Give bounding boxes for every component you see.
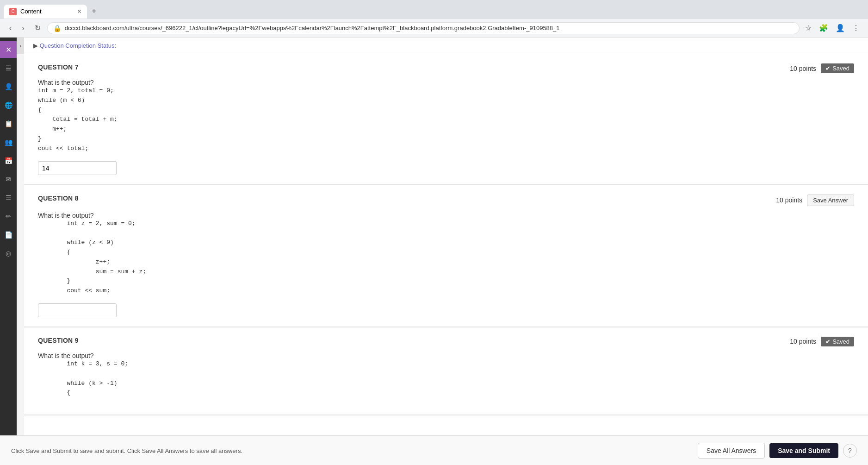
completion-arrow: ▶ xyxy=(33,42,40,49)
question-7-title: QUESTION 7 xyxy=(38,63,79,71)
footer: Click Save and Submit to save and submit… xyxy=(0,435,868,465)
browser-controls: ‹ › ↻ 🔒 dcccd.blackboard.com/ultra/cours… xyxy=(0,19,868,37)
question-8-save-answer-button[interactable]: Save Answer xyxy=(807,195,854,206)
content-area: ▶ Question Completion Status: QUESTION 7… xyxy=(24,38,868,435)
sidebar-item-edit[interactable]: ✏ xyxy=(0,208,17,225)
tab-title: Content xyxy=(20,8,42,15)
save-and-submit-button[interactable]: Save and Submit xyxy=(769,443,838,458)
question-9-title: QUESTION 9 xyxy=(38,337,79,344)
question-9-prompt: What is the output? int k = 3, s = 0; wh… xyxy=(38,352,854,398)
question-block-7: QUESTION 7 10 points ✔ Saved What is the… xyxy=(24,54,868,185)
browser-chrome: C Content × + ‹ › ↻ 🔒 dcccd.blackboard.c… xyxy=(0,0,868,38)
sidebar-item-document[interactable]: 📄 xyxy=(0,226,17,243)
new-tab-button[interactable]: + xyxy=(89,4,99,19)
save-all-answers-button[interactable]: Save All Answers xyxy=(698,443,765,459)
question-8-answer-input[interactable] xyxy=(38,303,117,317)
question-8-meta: 10 points Save Answer xyxy=(776,195,854,206)
address-bar[interactable]: 🔒 dcccd.blackboard.com/ultra/courses/_69… xyxy=(47,22,800,34)
sidebar-item-calendar[interactable]: 📅 xyxy=(0,152,17,169)
bookmark-icon[interactable]: ☆ xyxy=(802,22,814,34)
question-7-prompt: What is the output? int m = 2, total = 0… xyxy=(38,79,854,154)
sidebar-item-menu[interactable]: ☰ xyxy=(0,60,17,76)
tab-close-button[interactable]: × xyxy=(77,7,81,16)
question-8-prompt-text: What is the output? xyxy=(38,212,854,219)
app-container: ✕ ☰ 👤 🌐 📋 👥 📅 ✉ ☰ ✏ 📄 ◎ › ▶ Question Com… xyxy=(0,38,868,435)
question-7-code: int m = 2, total = 0; while (m < 6) { to… xyxy=(38,86,854,154)
profile-icon[interactable]: 👤 xyxy=(833,22,848,34)
question-7-answer-input[interactable] xyxy=(38,161,117,175)
question-9-header: QUESTION 9 10 points ✔ Saved xyxy=(38,337,854,346)
question-7-points: 10 points xyxy=(790,65,816,72)
question-8-prompt: What is the output? int z = 2, sum = 0; … xyxy=(38,212,854,296)
check-icon-9: ✔ xyxy=(825,338,831,345)
sidebar-toggle[interactable]: › xyxy=(17,38,24,54)
sidebar-item-profile[interactable]: 👤 xyxy=(0,78,17,95)
lock-icon: 🔒 xyxy=(53,25,61,32)
question-8-code: int z = 2, sum = 0; while (z < 9) { z++;… xyxy=(38,219,854,296)
sidebar-close-button[interactable]: ✕ xyxy=(0,41,17,58)
browser-actions: ☆ 🧩 👤 ⋮ xyxy=(802,22,862,34)
saved-label-9: Saved xyxy=(832,338,849,345)
help-button[interactable]: ? xyxy=(843,444,857,458)
menu-icon[interactable]: ⋮ xyxy=(849,22,862,34)
forward-button[interactable]: › xyxy=(18,22,28,34)
sidebar-item-courses[interactable]: 📋 xyxy=(0,115,17,132)
active-tab[interactable]: C Content × xyxy=(4,5,87,19)
sidebar-item-groups[interactable]: 👥 xyxy=(0,134,17,151)
question-7-prompt-text: What is the output? xyxy=(38,79,854,86)
footer-description: Click Save and Submit to save and submit… xyxy=(11,447,242,454)
tab-favicon: C xyxy=(9,8,17,15)
question-9-meta: 10 points ✔ Saved xyxy=(790,337,854,346)
reload-button[interactable]: ↻ xyxy=(31,22,44,34)
question-9-points: 10 points xyxy=(790,338,816,345)
question-8-title: QUESTION 8 xyxy=(38,195,79,202)
question-7-saved-badge[interactable]: ✔ Saved xyxy=(821,63,854,73)
saved-label: Saved xyxy=(832,65,849,72)
footer-actions: Save All Answers Save and Submit ? xyxy=(698,443,857,459)
question-block-9: QUESTION 9 10 points ✔ Saved What is the… xyxy=(24,327,868,415)
completion-status[interactable]: ▶ Question Completion Status: xyxy=(24,38,868,54)
question-7-header: QUESTION 7 10 points ✔ Saved xyxy=(38,63,854,73)
extensions-icon[interactable]: 🧩 xyxy=(816,22,831,34)
sidebar: ✕ ☰ 👤 🌐 📋 👥 📅 ✉ ☰ ✏ 📄 ◎ xyxy=(0,38,17,435)
sidebar-item-circle[interactable]: ◎ xyxy=(0,245,17,262)
question-block-8: QUESTION 8 10 points Save Answer What is… xyxy=(24,185,868,327)
tab-bar: C Content × + xyxy=(0,0,868,19)
address-text: dcccd.blackboard.com/ultra/courses/_6962… xyxy=(65,25,794,31)
back-button[interactable]: ‹ xyxy=(6,22,15,34)
completion-status-text: Question Completion Status: xyxy=(40,42,116,49)
check-icon: ✔ xyxy=(825,65,831,72)
question-8-header: QUESTION 8 10 points Save Answer xyxy=(38,195,854,206)
question-7-meta: 10 points ✔ Saved xyxy=(790,63,854,73)
question-9-prompt-text: What is the output? xyxy=(38,352,854,359)
question-9-code: int k = 3, s = 0; while (k > -1) { xyxy=(38,359,854,398)
question-9-saved-badge[interactable]: ✔ Saved xyxy=(821,337,854,346)
question-8-points: 10 points xyxy=(776,196,802,204)
sidebar-item-mail[interactable]: ✉ xyxy=(0,171,17,188)
sidebar-item-list[interactable]: ☰ xyxy=(0,189,17,206)
sidebar-item-global[interactable]: 🌐 xyxy=(0,97,17,113)
